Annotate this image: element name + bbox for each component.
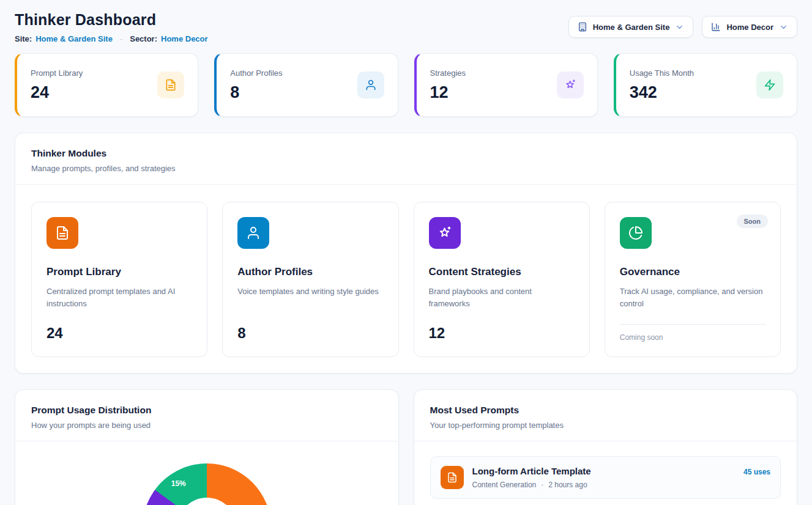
site-selector-label: Home & Garden Site bbox=[593, 23, 670, 32]
stat-value: 12 bbox=[430, 83, 466, 102]
module-count: 8 bbox=[237, 325, 383, 342]
stat-value: 342 bbox=[630, 83, 694, 102]
file-text-icon bbox=[441, 466, 464, 489]
modules-subtitle: Manage prompts, profiles, and strategies bbox=[31, 164, 781, 173]
prompt-uses-badge: 45 uses bbox=[743, 466, 770, 476]
breadcrumb-separator: · bbox=[120, 34, 122, 43]
stat-label: Usage This Month bbox=[630, 68, 694, 78]
prompt-category: Content Generation bbox=[472, 481, 537, 489]
bar-chart-icon bbox=[711, 22, 721, 32]
module-description: Track AI usage, compliance, and version … bbox=[620, 286, 765, 310]
module-card-author-profiles[interactable]: Author Profiles Voice templates and writ… bbox=[222, 202, 398, 357]
modules-section-header: Thinker Modules Manage prompts, profiles… bbox=[15, 133, 797, 185]
stat-label: Strategies bbox=[430, 68, 466, 78]
modules-grid: Prompt Library Centralized prompt templa… bbox=[15, 185, 797, 373]
file-text-icon bbox=[157, 72, 184, 98]
prompt-meta: Long-form Article Template Content Gener… bbox=[472, 466, 591, 489]
bottom-row: Prompt Usage Distribution How your promp… bbox=[15, 389, 797, 505]
module-card-content-strategies[interactable]: Content Strategies Brand playbooks and c… bbox=[414, 202, 590, 357]
module-title: Author Profiles bbox=[237, 266, 383, 278]
stat-info: Prompt Library 24 bbox=[31, 68, 83, 102]
module-description: Centralized prompt templates and AI inst… bbox=[47, 286, 192, 310]
stat-info: Strategies 12 bbox=[430, 68, 466, 102]
prompt-title: Long-form Article Template bbox=[472, 466, 591, 476]
stat-info: Usage This Month 342 bbox=[630, 68, 694, 102]
prompts-card-header: Most Used Prompts Your top-performing pr… bbox=[414, 390, 797, 441]
sector-selector-label: Home Decor bbox=[726, 23, 773, 32]
chevron-down-icon bbox=[779, 23, 788, 32]
coming-soon-note: Coming soon bbox=[620, 324, 765, 342]
sector-link[interactable]: Home Decor bbox=[161, 34, 208, 43]
user-icon bbox=[237, 217, 269, 249]
prompt-subtext: Content Generation · 2 hours ago bbox=[472, 481, 591, 489]
file-text-icon bbox=[47, 217, 78, 249]
donut-segment-label: 15% bbox=[171, 479, 186, 488]
thinker-modules-section: Thinker Modules Manage prompts, profiles… bbox=[15, 133, 797, 374]
usage-distribution-card: Prompt Usage Distribution How your promp… bbox=[15, 389, 399, 505]
usage-card-subtitle: How your prompts are being used bbox=[31, 421, 382, 430]
usage-chart-area: 15% bbox=[15, 441, 398, 505]
most-used-prompts-card: Most Used Prompts Your top-performing pr… bbox=[414, 389, 798, 505]
sector-selector-dropdown[interactable]: Home Decor bbox=[702, 16, 797, 38]
site-selector-dropdown[interactable]: Home & Garden Site bbox=[568, 16, 694, 38]
prompt-separator: · bbox=[541, 481, 543, 489]
breadcrumb: Site: Home & Garden Site · Sector: Home … bbox=[15, 34, 208, 43]
prompts-card-title: Most Used Prompts bbox=[430, 405, 781, 416]
module-title: Prompt Library bbox=[47, 266, 192, 278]
building-icon bbox=[578, 22, 587, 32]
lightning-icon bbox=[756, 72, 783, 98]
title-block: Thinker Dashboard Site: Home & Garden Si… bbox=[15, 11, 208, 43]
chevron-down-icon bbox=[675, 23, 684, 32]
module-card-prompt-library[interactable]: Prompt Library Centralized prompt templa… bbox=[31, 202, 207, 357]
modules-title: Thinker Modules bbox=[31, 148, 781, 159]
stat-value: 24 bbox=[31, 83, 83, 102]
prompts-card-subtitle: Your top-performing prompt templates bbox=[430, 421, 781, 430]
magic-star-icon bbox=[557, 72, 584, 98]
module-description: Voice templates and writing style guides bbox=[237, 286, 383, 298]
page-title: Thinker Dashboard bbox=[15, 11, 208, 29]
site-link[interactable]: Home & Garden Site bbox=[35, 34, 113, 43]
module-count: 24 bbox=[47, 325, 192, 342]
stat-card-prompt-library: Prompt Library 24 bbox=[15, 53, 198, 117]
dashboard-page: Thinker Dashboard Site: Home & Garden Si… bbox=[0, 0, 812, 505]
module-description: Brand playbooks and content frameworks bbox=[429, 286, 575, 310]
page-header: Thinker Dashboard Site: Home & Garden Si… bbox=[15, 11, 797, 43]
site-label: Site: bbox=[15, 34, 32, 43]
module-card-governance[interactable]: Soon Governance Track AI usage, complian… bbox=[605, 202, 781, 357]
stat-card-author-profiles: Author Profiles 8 bbox=[214, 53, 398, 117]
magic-star-icon bbox=[429, 217, 461, 249]
prompt-list-item[interactable]: Long-form Article Template Content Gener… bbox=[430, 456, 781, 499]
stat-info: Author Profiles 8 bbox=[230, 68, 282, 102]
module-count: 12 bbox=[429, 325, 575, 342]
prompt-time: 2 hours ago bbox=[548, 481, 587, 489]
sector-label: Sector: bbox=[130, 34, 157, 43]
module-title: Governance bbox=[620, 266, 765, 278]
stat-label: Author Profiles bbox=[230, 68, 282, 78]
module-title: Content Strategies bbox=[429, 266, 575, 278]
usage-donut: 15% bbox=[143, 463, 271, 505]
user-icon bbox=[357, 72, 384, 98]
stats-row: Prompt Library 24 Author Profiles 8 Stra… bbox=[15, 53, 797, 117]
stat-label: Prompt Library bbox=[31, 68, 83, 78]
usage-card-title: Prompt Usage Distribution bbox=[31, 405, 382, 416]
usage-card-header: Prompt Usage Distribution How your promp… bbox=[15, 390, 398, 441]
pie-chart-icon bbox=[620, 217, 652, 249]
stat-value: 8 bbox=[230, 83, 282, 102]
prompt-list: Long-form Article Template Content Gener… bbox=[414, 441, 797, 505]
stat-card-usage-this-month: Usage This Month 342 bbox=[614, 53, 797, 117]
stat-card-strategies: Strategies 12 bbox=[414, 53, 598, 117]
soon-badge: Soon bbox=[737, 215, 769, 228]
topbar-actions: Home & Garden Site Home Decor bbox=[568, 11, 797, 38]
